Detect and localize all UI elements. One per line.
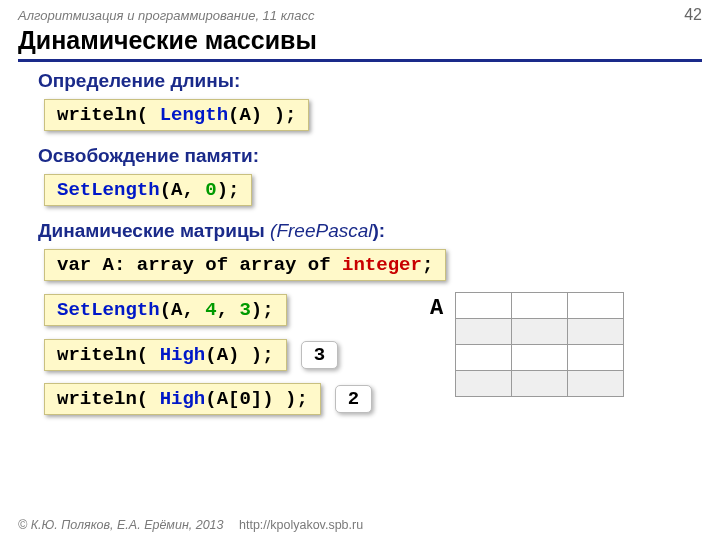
- footer-url: http://kpolyakov.spb.ru: [239, 518, 363, 532]
- code-free: SetLength(A, 0);: [44, 174, 252, 206]
- matrix-grid: [455, 292, 624, 397]
- matrix-row: [456, 319, 624, 345]
- matrix-row: [456, 293, 624, 319]
- course-name: Алгоритмизация и программирование, 11 кл…: [18, 8, 314, 23]
- matrix-row: [456, 345, 624, 371]
- code-high-a: writeln( High(A) );: [44, 339, 287, 371]
- result-high-a0: 2: [335, 385, 372, 413]
- matrix-row: [456, 371, 624, 397]
- result-high-a: 3: [301, 341, 338, 369]
- slide-title: Динамические массивы: [0, 26, 720, 57]
- slide-header: Алгоритмизация и программирование, 11 кл…: [0, 0, 720, 26]
- title-rule: [18, 59, 702, 62]
- matrix-diagram: A: [430, 292, 624, 397]
- matrix-label: A: [430, 296, 443, 321]
- code-length: writeln( Length(A) );: [44, 99, 309, 131]
- slide-footer: © К.Ю. Поляков, Е.А. Ерёмин, 2013 http:/…: [18, 518, 363, 532]
- heading-length: Определение длины:: [38, 70, 692, 92]
- copyright: © К.Ю. Поляков, Е.А. Ерёмин, 2013: [18, 518, 224, 532]
- heading-matrices: Динамические матрицы (FreePascal):: [38, 220, 692, 242]
- code-high-a0: writeln( High(A[0]) );: [44, 383, 321, 415]
- heading-free: Освобождение памяти:: [38, 145, 692, 167]
- page-number: 42: [684, 6, 702, 24]
- code-var-decl: var A: array of array of integer;: [44, 249, 446, 281]
- code-setlength: SetLength(A, 4, 3);: [44, 294, 287, 326]
